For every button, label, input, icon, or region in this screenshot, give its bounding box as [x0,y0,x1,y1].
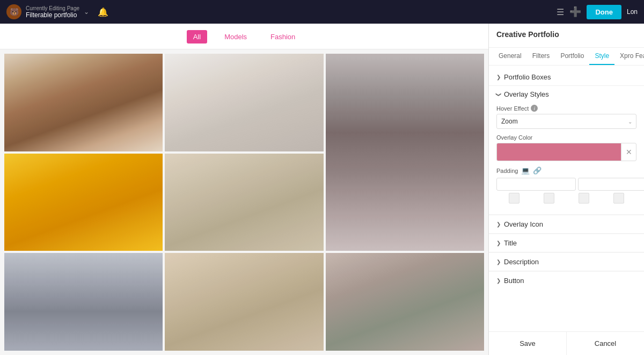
help-icon[interactable]: i [531,105,538,112]
done-button[interactable]: Done [587,5,621,19]
right-panel: Creative Portfolio General Filters Portf… [488,24,644,355]
portfolio-boxes-label: Portfolio Boxes [504,73,551,81]
svg-rect-28 [405,306,433,350]
grid-item-3[interactable] [326,54,484,251]
chevron-right-overlay-icon: ❯ [496,221,501,227]
grid-item-1[interactable] [4,54,163,151]
padding-row: Padding 💻 🔗 px [496,166,636,204]
panel-footer: Save Cancel [489,331,644,355]
svg-rect-8 [376,54,401,128]
padding-link-icon[interactable]: 🔗 [533,166,541,175]
description-label: Description [504,258,539,266]
overlay-icon-section[interactable]: ❯ Overlay Icon [489,215,644,233]
overlay-color-row: Overlay Color ✕ [496,134,636,161]
padding-inputs: px [496,178,636,191]
chevron-right-icon: ❯ [496,74,501,80]
tab-xpro[interactable]: Xpro Features [614,48,644,65]
panel-content: ❯ Portfolio Boxes ❯ Overlay Styles Hover… [489,66,644,331]
svg-rect-17 [236,216,253,251]
svg-point-12 [75,172,92,190]
svg-point-26 [404,280,432,308]
topbar: 🐻 Currently Editing Page Filterable port… [0,0,644,24]
bell-icon[interactable]: 🔔 [98,7,108,17]
overlay-color-swatch[interactable] [497,143,621,161]
color-swatch-container: ✕ [496,143,636,161]
grid-item-6[interactable] [4,253,163,351]
svg-rect-14 [74,216,93,251]
padding-label: Padding [496,168,518,174]
title-label: Title [504,239,517,247]
svg-rect-3 [74,114,93,151]
grid-item-7[interactable] [165,253,323,351]
padding-input-1[interactable] [496,178,576,191]
hover-effect-label: Hover Effect i [496,105,636,112]
grid-item-8[interactable] [326,253,484,351]
svg-point-22 [235,271,253,289]
canvas-area: All Models Fashion [0,24,488,355]
overlay-styles-section-header[interactable]: ❯ Overlay Styles [489,86,644,103]
panel-title: Creative Portfolio [496,30,636,39]
grid-icon[interactable]: ☰ [557,7,564,17]
tab-style[interactable]: Style [589,48,614,65]
chevron-right-button: ❯ [496,278,501,284]
grid-item-5[interactable] [165,154,323,251]
padding-corner-tl[interactable] [509,193,519,204]
close-color-icon[interactable]: ✕ [621,143,636,161]
svg-rect-27 [378,301,405,350]
svg-rect-21 [72,328,95,350]
grid-item-2[interactable] [165,54,323,151]
hover-effect-select[interactable]: Zoom Fade Slide None [496,114,636,129]
chevron-right-title: ❯ [496,240,501,246]
svg-point-4 [233,75,254,96]
save-button[interactable]: Save [489,332,567,355]
svg-point-25 [378,276,405,302]
padding-header: Padding 💻 🔗 [496,166,636,175]
button-label: Button [504,277,524,285]
svg-rect-5 [233,95,254,131]
tab-general[interactable]: General [493,48,527,65]
panel-tabs: General Filters Portfolio Style Xpro Fea… [489,48,644,66]
svg-rect-16 [237,190,252,221]
svg-rect-7 [384,54,426,136]
plus-icon[interactable]: ➕ [569,6,581,18]
svg-point-19 [73,278,94,299]
title-section[interactable]: ❯ Title [489,234,644,252]
tab-portfolio[interactable]: Portfolio [555,48,589,65]
overlay-styles-body: Hover Effect i Zoom Fade Slide None ⌄ [489,103,644,214]
page-info: Currently Editing Page Filterable portfo… [26,5,79,19]
button-section[interactable]: ❯ Button [489,271,644,289]
svg-point-10 [380,111,429,161]
filter-tab-models[interactable]: Models [218,30,253,44]
user-label: Lon [627,8,638,16]
svg-rect-23 [236,288,253,323]
padding-input-2[interactable] [578,178,644,191]
padding-device-icon[interactable]: 💻 [521,166,530,175]
portfolio-boxes-section[interactable]: ❯ Portfolio Boxes [489,69,644,85]
padding-corners [496,193,636,204]
overlay-icon-label: Overlay Icon [504,220,543,228]
padding-corner-bl[interactable] [579,193,589,204]
padding-corner-br[interactable] [613,193,624,204]
panel-header: Creative Portfolio [489,24,644,48]
chevron-down-icon[interactable]: ⌄ [84,8,89,16]
description-section[interactable]: ❯ Description [489,252,644,271]
filter-tab-fashion[interactable]: Fashion [264,30,302,44]
padding-corner-tr[interactable] [544,193,554,204]
main-layout: All Models Fashion [0,24,644,355]
filter-tab-all[interactable]: All [187,30,207,44]
svg-rect-20 [73,298,94,332]
svg-rect-6 [232,121,255,151]
tab-filters[interactable]: Filters [527,48,555,65]
chevron-down-icon-overlay: ❯ [496,92,502,97]
svg-rect-13 [76,189,92,221]
svg-point-1 [75,75,92,92]
svg-rect-18 [63,271,104,283]
grid-item-4[interactable] [4,154,163,251]
portfolio-grid [0,49,488,355]
svg-rect-11 [384,158,426,241]
editing-label: Currently Editing Page [26,5,79,11]
cancel-button[interactable]: Cancel [567,332,644,355]
overlay-color-label: Overlay Color [496,134,636,141]
svg-point-15 [237,176,252,191]
hover-effect-select-wrapper: Zoom Fade Slide None ⌄ [496,114,636,129]
